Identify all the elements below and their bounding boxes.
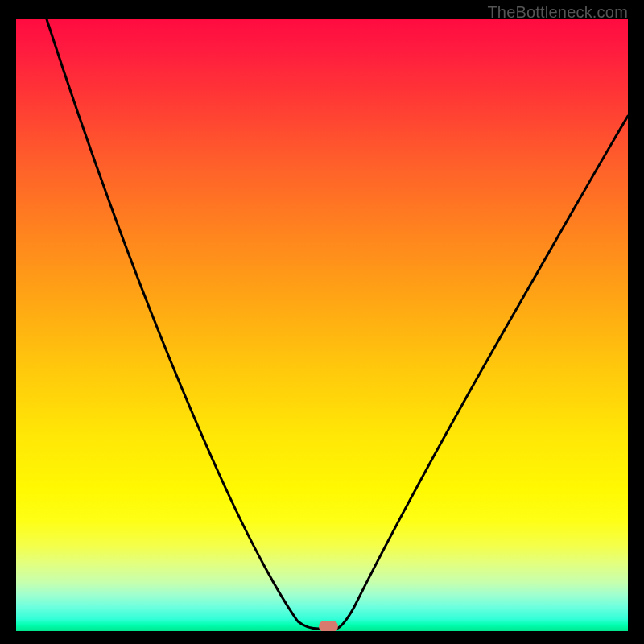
watermark-text: TheBottleneck.com (487, 3, 628, 22)
bottleneck-curve (47, 19, 628, 629)
curve-layer (16, 19, 628, 631)
optimum-marker (319, 621, 338, 631)
plot-area (16, 19, 628, 631)
